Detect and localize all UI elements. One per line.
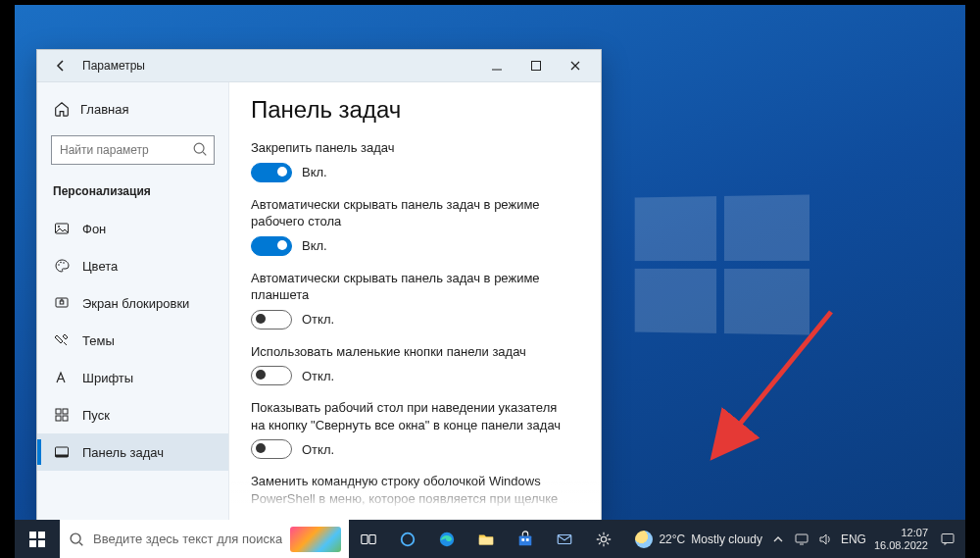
toggle-state: Вкл.: [302, 165, 327, 179]
sidebar-home-label: Главная: [80, 102, 128, 117]
screen: Параметры Главная Персонализация: [0, 0, 980, 558]
svg-rect-25: [479, 537, 493, 544]
mail-icon: [556, 531, 573, 548]
themes-icon: [53, 331, 71, 349]
svg-rect-22: [369, 534, 375, 543]
minimize-icon: [489, 58, 505, 74]
sidebar-item-themes[interactable]: Темы: [37, 322, 228, 359]
network-icon[interactable]: [794, 532, 809, 547]
toggle-switch[interactable]: [251, 163, 292, 182]
svg-rect-0: [532, 62, 541, 71]
weather-temp: 22°C: [659, 533, 685, 546]
svg-point-6: [63, 262, 65, 264]
sidebar-item-colors[interactable]: Цвета: [37, 247, 228, 284]
svg-rect-17: [38, 532, 45, 538]
close-icon: [567, 58, 583, 74]
svg-rect-19: [38, 540, 45, 547]
close-button[interactable]: [556, 51, 595, 80]
svg-rect-2: [56, 224, 69, 233]
start-button[interactable]: [15, 520, 60, 558]
page-title: Панель задач: [251, 96, 573, 124]
taskbar-pinned: [349, 520, 623, 558]
sidebar-search[interactable]: [51, 135, 215, 165]
mail-button[interactable]: [545, 520, 584, 558]
lockscreen-icon: [53, 294, 71, 312]
option-label: Использовать маленькие кнопки панели зад…: [251, 343, 573, 361]
option-small-buttons: Использовать маленькие кнопки панели зад…: [251, 343, 573, 386]
fonts-icon: [53, 369, 71, 386]
system-tray[interactable]: 22°C Mostly cloudy ENG 12:07 16.08.2022: [625, 520, 965, 558]
svg-rect-8: [60, 301, 64, 304]
option-label: Закрепить панель задач: [251, 139, 573, 157]
svg-point-30: [602, 536, 607, 541]
start-icon: [53, 406, 71, 424]
store-button[interactable]: [506, 520, 545, 558]
action-center-icon[interactable]: [940, 532, 956, 547]
back-button[interactable]: [49, 54, 73, 77]
folder-icon: [477, 531, 495, 548]
taskbar-icon: [53, 443, 71, 461]
svg-rect-11: [56, 416, 61, 421]
edge-button[interactable]: [427, 520, 466, 558]
cortana-button[interactable]: [388, 520, 427, 558]
sidebar-item-label: Панель задач: [82, 445, 164, 460]
svg-rect-12: [63, 416, 68, 421]
chevron-up-icon[interactable]: [770, 532, 786, 547]
explorer-button[interactable]: [466, 520, 506, 558]
svg-rect-27: [522, 538, 525, 541]
svg-point-23: [402, 533, 415, 545]
toggle-switch[interactable]: [251, 366, 292, 385]
sidebar-item-background[interactable]: Фон: [37, 210, 228, 247]
sidebar-item-lockscreen[interactable]: Экран блокировки: [37, 284, 228, 322]
sidebar-nav: Фон Цвета Экран блокировки Темы: [37, 210, 228, 471]
option-autohide-desktop: Автоматически скрывать панель задач в ре…: [251, 196, 573, 256]
toggle-state: Откл.: [302, 442, 334, 457]
content[interactable]: Панель задач Закрепить панель задач Вкл.…: [229, 82, 601, 520]
svg-rect-14: [56, 455, 69, 458]
toggle-switch[interactable]: [251, 236, 292, 256]
sidebar-item-label: Экран блокировки: [82, 296, 189, 311]
taskbar-search[interactable]: Введите здесь текст для поиска: [60, 520, 349, 558]
sidebar-item-label: Пуск: [82, 408, 110, 423]
gear-icon: [595, 531, 612, 548]
svg-rect-18: [29, 540, 36, 547]
minimize-button[interactable]: [477, 51, 516, 80]
cortana-icon: [399, 531, 416, 548]
weather-text: Mostly cloudy: [691, 533, 762, 546]
search-doodle: [290, 527, 341, 552]
sidebar-home[interactable]: Главная: [37, 92, 228, 126]
toggle-switch[interactable]: [251, 310, 292, 330]
weather-widget[interactable]: 22°C Mostly cloudy: [635, 531, 762, 548]
toggle-switch[interactable]: [251, 439, 292, 459]
svg-point-20: [71, 533, 80, 543]
maximize-button[interactable]: [516, 51, 556, 80]
option-label: Автоматически скрывать панель задач в ре…: [251, 196, 573, 230]
sidebar-item-start[interactable]: Пуск: [37, 396, 228, 433]
store-icon: [516, 531, 534, 548]
windows-logo: [635, 195, 809, 335]
desktop[interactable]: Параметры Главная Персонализация: [15, 5, 965, 520]
taskbar-search-placeholder: Введите здесь текст для поиска: [93, 532, 282, 546]
clock[interactable]: 12:07 16.08.2022: [874, 527, 932, 550]
option-label: Показывать рабочий стол при наведении ук…: [251, 399, 573, 433]
option-autohide-tablet: Автоматически скрывать панель задач в ре…: [251, 270, 573, 330]
task-view-button[interactable]: [349, 520, 388, 558]
svg-rect-32: [942, 533, 954, 542]
clock-time: 12:07: [874, 527, 928, 538]
language-indicator[interactable]: ENG: [841, 533, 866, 546]
search-input[interactable]: [51, 135, 215, 165]
svg-point-5: [60, 262, 62, 264]
taskbar[interactable]: Введите здесь текст для поиска 22°C Most…: [15, 520, 965, 558]
search-icon: [68, 531, 85, 548]
volume-icon[interactable]: [817, 532, 833, 547]
sidebar-item-taskbar[interactable]: Панель задач: [37, 433, 228, 471]
titlebar[interactable]: Параметры: [37, 50, 601, 82]
settings-taskbar-button[interactable]: [584, 520, 623, 558]
settings-window: Параметры Главная Персонализация: [36, 49, 602, 520]
sidebar-item-fonts[interactable]: Шрифты: [37, 359, 228, 396]
svg-rect-28: [526, 538, 529, 541]
sidebar-section-title: Персонализация: [37, 180, 228, 210]
clock-date: 16.08.2022: [874, 539, 928, 551]
svg-rect-9: [56, 409, 61, 414]
option-label: Автоматически скрывать панель задач в ре…: [251, 270, 573, 304]
